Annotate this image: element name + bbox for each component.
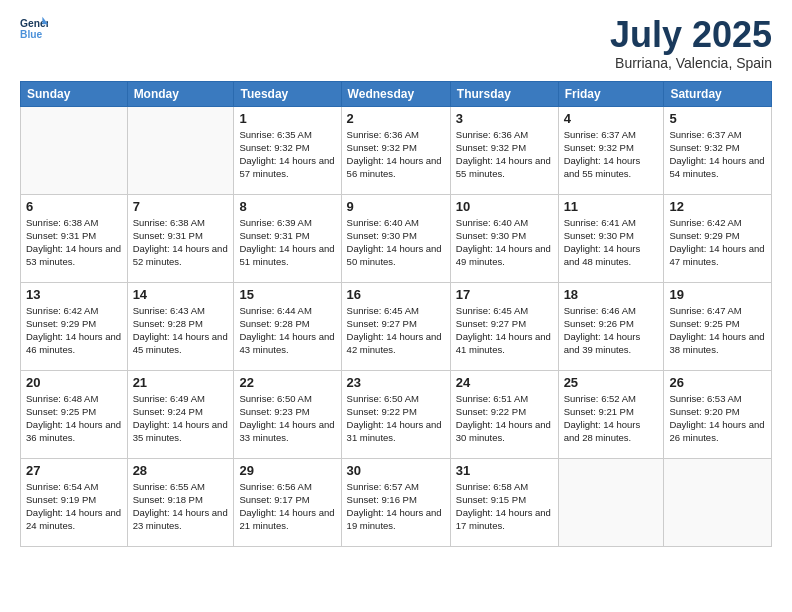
calendar-header-row: Sunday Monday Tuesday Wednesday Thursday… xyxy=(21,81,772,106)
day-number: 31 xyxy=(456,463,553,478)
calendar-cell: 15Sunrise: 6:44 AM Sunset: 9:28 PM Dayli… xyxy=(234,282,341,370)
week-row-0: 1Sunrise: 6:35 AM Sunset: 9:32 PM Daylig… xyxy=(21,106,772,194)
day-info: Sunrise: 6:36 AM Sunset: 9:32 PM Dayligh… xyxy=(456,128,553,181)
calendar-cell: 16Sunrise: 6:45 AM Sunset: 9:27 PM Dayli… xyxy=(341,282,450,370)
calendar-cell: 26Sunrise: 6:53 AM Sunset: 9:20 PM Dayli… xyxy=(664,370,772,458)
day-number: 26 xyxy=(669,375,766,390)
calendar-cell xyxy=(558,458,664,546)
calendar-cell: 20Sunrise: 6:48 AM Sunset: 9:25 PM Dayli… xyxy=(21,370,128,458)
day-number: 25 xyxy=(564,375,659,390)
day-info: Sunrise: 6:58 AM Sunset: 9:15 PM Dayligh… xyxy=(456,480,553,533)
day-info: Sunrise: 6:43 AM Sunset: 9:28 PM Dayligh… xyxy=(133,304,229,357)
day-info: Sunrise: 6:52 AM Sunset: 9:21 PM Dayligh… xyxy=(564,392,659,445)
calendar-cell: 29Sunrise: 6:56 AM Sunset: 9:17 PM Dayli… xyxy=(234,458,341,546)
day-info: Sunrise: 6:49 AM Sunset: 9:24 PM Dayligh… xyxy=(133,392,229,445)
col-wednesday: Wednesday xyxy=(341,81,450,106)
col-tuesday: Tuesday xyxy=(234,81,341,106)
day-number: 15 xyxy=(239,287,335,302)
day-info: Sunrise: 6:38 AM Sunset: 9:31 PM Dayligh… xyxy=(26,216,122,269)
day-info: Sunrise: 6:41 AM Sunset: 9:30 PM Dayligh… xyxy=(564,216,659,269)
day-info: Sunrise: 6:54 AM Sunset: 9:19 PM Dayligh… xyxy=(26,480,122,533)
day-info: Sunrise: 6:47 AM Sunset: 9:25 PM Dayligh… xyxy=(669,304,766,357)
calendar-cell xyxy=(127,106,234,194)
day-number: 2 xyxy=(347,111,445,126)
calendar-cell: 8Sunrise: 6:39 AM Sunset: 9:31 PM Daylig… xyxy=(234,194,341,282)
week-row-4: 27Sunrise: 6:54 AM Sunset: 9:19 PM Dayli… xyxy=(21,458,772,546)
day-info: Sunrise: 6:37 AM Sunset: 9:32 PM Dayligh… xyxy=(564,128,659,181)
calendar-cell: 31Sunrise: 6:58 AM Sunset: 9:15 PM Dayli… xyxy=(450,458,558,546)
day-number: 5 xyxy=(669,111,766,126)
day-number: 3 xyxy=(456,111,553,126)
col-friday: Friday xyxy=(558,81,664,106)
header: General Blue July 2025 Burriana, Valenci… xyxy=(20,15,772,71)
logo: General Blue xyxy=(20,15,50,43)
calendar-cell: 25Sunrise: 6:52 AM Sunset: 9:21 PM Dayli… xyxy=(558,370,664,458)
day-number: 21 xyxy=(133,375,229,390)
calendar-cell: 18Sunrise: 6:46 AM Sunset: 9:26 PM Dayli… xyxy=(558,282,664,370)
calendar-cell: 4Sunrise: 6:37 AM Sunset: 9:32 PM Daylig… xyxy=(558,106,664,194)
day-info: Sunrise: 6:50 AM Sunset: 9:22 PM Dayligh… xyxy=(347,392,445,445)
day-number: 10 xyxy=(456,199,553,214)
week-row-3: 20Sunrise: 6:48 AM Sunset: 9:25 PM Dayli… xyxy=(21,370,772,458)
day-number: 11 xyxy=(564,199,659,214)
day-number: 7 xyxy=(133,199,229,214)
day-number: 18 xyxy=(564,287,659,302)
calendar-cell xyxy=(21,106,128,194)
logo-icon: General Blue xyxy=(20,15,48,43)
day-info: Sunrise: 6:39 AM Sunset: 9:31 PM Dayligh… xyxy=(239,216,335,269)
calendar-cell: 10Sunrise: 6:40 AM Sunset: 9:30 PM Dayli… xyxy=(450,194,558,282)
day-number: 8 xyxy=(239,199,335,214)
col-thursday: Thursday xyxy=(450,81,558,106)
day-info: Sunrise: 6:51 AM Sunset: 9:22 PM Dayligh… xyxy=(456,392,553,445)
day-number: 22 xyxy=(239,375,335,390)
day-info: Sunrise: 6:57 AM Sunset: 9:16 PM Dayligh… xyxy=(347,480,445,533)
calendar-cell: 21Sunrise: 6:49 AM Sunset: 9:24 PM Dayli… xyxy=(127,370,234,458)
day-info: Sunrise: 6:45 AM Sunset: 9:27 PM Dayligh… xyxy=(347,304,445,357)
calendar-cell: 27Sunrise: 6:54 AM Sunset: 9:19 PM Dayli… xyxy=(21,458,128,546)
calendar-cell: 23Sunrise: 6:50 AM Sunset: 9:22 PM Dayli… xyxy=(341,370,450,458)
day-number: 28 xyxy=(133,463,229,478)
calendar-cell xyxy=(664,458,772,546)
calendar-table: Sunday Monday Tuesday Wednesday Thursday… xyxy=(20,81,772,547)
location: Burriana, Valencia, Spain xyxy=(610,55,772,71)
day-number: 27 xyxy=(26,463,122,478)
col-monday: Monday xyxy=(127,81,234,106)
day-info: Sunrise: 6:48 AM Sunset: 9:25 PM Dayligh… xyxy=(26,392,122,445)
day-info: Sunrise: 6:44 AM Sunset: 9:28 PM Dayligh… xyxy=(239,304,335,357)
day-number: 1 xyxy=(239,111,335,126)
calendar-cell: 7Sunrise: 6:38 AM Sunset: 9:31 PM Daylig… xyxy=(127,194,234,282)
day-number: 30 xyxy=(347,463,445,478)
day-info: Sunrise: 6:50 AM Sunset: 9:23 PM Dayligh… xyxy=(239,392,335,445)
calendar-cell: 5Sunrise: 6:37 AM Sunset: 9:32 PM Daylig… xyxy=(664,106,772,194)
day-number: 4 xyxy=(564,111,659,126)
day-info: Sunrise: 6:46 AM Sunset: 9:26 PM Dayligh… xyxy=(564,304,659,357)
day-number: 23 xyxy=(347,375,445,390)
day-info: Sunrise: 6:42 AM Sunset: 9:29 PM Dayligh… xyxy=(26,304,122,357)
calendar-cell: 14Sunrise: 6:43 AM Sunset: 9:28 PM Dayli… xyxy=(127,282,234,370)
calendar-cell: 3Sunrise: 6:36 AM Sunset: 9:32 PM Daylig… xyxy=(450,106,558,194)
calendar-cell: 17Sunrise: 6:45 AM Sunset: 9:27 PM Dayli… xyxy=(450,282,558,370)
calendar-cell: 12Sunrise: 6:42 AM Sunset: 9:29 PM Dayli… xyxy=(664,194,772,282)
calendar-cell: 22Sunrise: 6:50 AM Sunset: 9:23 PM Dayli… xyxy=(234,370,341,458)
day-info: Sunrise: 6:53 AM Sunset: 9:20 PM Dayligh… xyxy=(669,392,766,445)
day-info: Sunrise: 6:56 AM Sunset: 9:17 PM Dayligh… xyxy=(239,480,335,533)
day-number: 9 xyxy=(347,199,445,214)
calendar-cell: 2Sunrise: 6:36 AM Sunset: 9:32 PM Daylig… xyxy=(341,106,450,194)
day-number: 12 xyxy=(669,199,766,214)
col-saturday: Saturday xyxy=(664,81,772,106)
day-info: Sunrise: 6:55 AM Sunset: 9:18 PM Dayligh… xyxy=(133,480,229,533)
day-number: 16 xyxy=(347,287,445,302)
day-number: 29 xyxy=(239,463,335,478)
calendar-cell: 1Sunrise: 6:35 AM Sunset: 9:32 PM Daylig… xyxy=(234,106,341,194)
day-info: Sunrise: 6:36 AM Sunset: 9:32 PM Dayligh… xyxy=(347,128,445,181)
calendar-cell: 6Sunrise: 6:38 AM Sunset: 9:31 PM Daylig… xyxy=(21,194,128,282)
calendar-cell: 19Sunrise: 6:47 AM Sunset: 9:25 PM Dayli… xyxy=(664,282,772,370)
day-info: Sunrise: 6:40 AM Sunset: 9:30 PM Dayligh… xyxy=(347,216,445,269)
calendar-cell: 28Sunrise: 6:55 AM Sunset: 9:18 PM Dayli… xyxy=(127,458,234,546)
day-number: 14 xyxy=(133,287,229,302)
page: General Blue July 2025 Burriana, Valenci… xyxy=(0,0,792,612)
day-number: 19 xyxy=(669,287,766,302)
day-info: Sunrise: 6:45 AM Sunset: 9:27 PM Dayligh… xyxy=(456,304,553,357)
title-block: July 2025 Burriana, Valencia, Spain xyxy=(610,15,772,71)
calendar-cell: 13Sunrise: 6:42 AM Sunset: 9:29 PM Dayli… xyxy=(21,282,128,370)
